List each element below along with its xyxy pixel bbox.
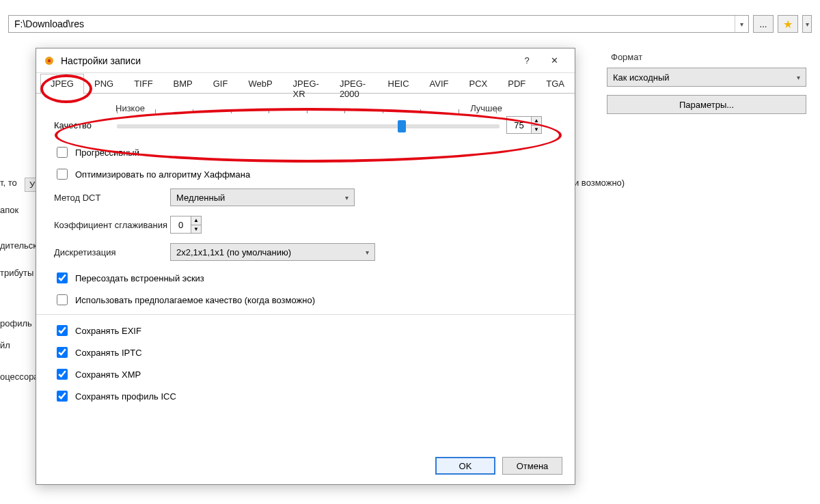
keep-icc-row: Сохранять профиль ICC: [54, 389, 557, 404]
subsampling-row: Дискретизация 2x2,1x1,1x1 (по умолчанию)…: [54, 243, 557, 261]
smoothing-spinner[interactable]: ▲▼: [170, 216, 202, 234]
keep-exif-row: Сохранять EXIF: [54, 323, 557, 338]
rebuild-thumb-row: Пересоздать встроенный эскиз: [54, 270, 557, 285]
help-icon: ?: [524, 55, 529, 66]
tab-label: AVIF: [430, 79, 449, 89]
spin-down[interactable]: ▼: [532, 126, 541, 134]
dct-row: Метод DCT Медленный ▾: [54, 188, 557, 206]
keep-exif-label: Сохранять EXIF: [75, 326, 141, 336]
tab-label: GIF: [213, 79, 228, 89]
format-params-button[interactable]: Параметры...: [607, 95, 806, 114]
bg-text: трибуты: [0, 268, 33, 278]
bg-text: и возможно): [574, 178, 625, 188]
favorites-button[interactable]: ★: [778, 15, 798, 33]
path-input[interactable]: [9, 16, 735, 32]
keep-iptc-row: Сохранять IPTC: [54, 345, 557, 360]
tab-png[interactable]: PNG: [84, 74, 124, 94]
spin-up[interactable]: ▲: [191, 216, 201, 225]
keep-xmp-row: Сохранять XMP: [54, 367, 557, 382]
dct-label: Метод DCT: [54, 193, 170, 203]
tab-bmp[interactable]: BMP: [163, 74, 203, 94]
quality-slider[interactable]: [117, 116, 500, 137]
tab-label: WebP: [248, 79, 272, 89]
tab-webp[interactable]: WebP: [238, 74, 282, 94]
cancel-button[interactable]: Отмена: [502, 457, 562, 475]
dialog-titlebar: Настройки записи ? ✕: [36, 48, 575, 73]
format-panel: Формат Как исходный ▾ Параметры...: [607, 52, 806, 114]
tab-label: PNG: [94, 79, 113, 89]
tab-jpeg2000[interactable]: JPEG-2000: [329, 74, 378, 94]
dialog-title: Настройки записи: [61, 55, 513, 66]
dct-select[interactable]: Медленный ▾: [170, 188, 355, 206]
huffman-checkbox[interactable]: [57, 169, 68, 180]
quality-spinner[interactable]: ▲▼: [506, 116, 542, 134]
help-button[interactable]: ?: [513, 48, 541, 73]
rebuild-thumb-checkbox[interactable]: [57, 272, 68, 283]
browse-button[interactable]: ...: [753, 15, 774, 33]
use-estimated-label: Использовать предполагаемое качество (ко…: [75, 295, 315, 305]
keep-xmp-checkbox[interactable]: [57, 369, 68, 380]
favorites-dropdown[interactable]: ▾: [802, 15, 812, 33]
close-button[interactable]: ✕: [541, 48, 568, 73]
keep-exif-checkbox[interactable]: [57, 325, 68, 336]
chevron-down-icon: ▾: [345, 194, 348, 201]
tab-label: JPEG: [51, 79, 74, 89]
spin-down[interactable]: ▼: [191, 225, 201, 234]
smoothing-label: Коэффициент сглаживания: [54, 220, 170, 230]
ok-button[interactable]: OK: [435, 457, 495, 475]
use-estimated-row: Использовать предполагаемое качество (ко…: [54, 292, 557, 307]
slider-ticks: [115, 109, 498, 113]
bg-text: апок: [0, 205, 18, 215]
progressive-label: Прогрессивный: [75, 148, 139, 158]
ellipsis-icon: ...: [760, 19, 767, 29]
jpeg-panel: Низкое Лучшее Качество ▲▼ Прогрессивный …: [36, 94, 575, 417]
tab-pcx[interactable]: PCX: [459, 74, 498, 94]
tab-tga[interactable]: TGA: [536, 74, 575, 94]
dct-value: Медленный: [176, 193, 225, 203]
smoothing-input[interactable]: [170, 216, 191, 234]
subsampling-label: Дискретизация: [54, 247, 170, 257]
tab-label: BMP: [174, 79, 193, 89]
address-row: ▾ ... ★ ▾: [8, 15, 812, 33]
tab-gif[interactable]: GIF: [203, 74, 238, 94]
tab-avif[interactable]: AVIF: [420, 74, 459, 94]
quality-value-input[interactable]: [506, 116, 531, 134]
chevron-down-icon: ▾: [740, 20, 743, 28]
path-combo[interactable]: ▾: [8, 15, 749, 33]
keep-icc-checkbox[interactable]: [57, 391, 68, 402]
tab-jpeg[interactable]: JPEG: [40, 74, 84, 94]
keep-icc-label: Сохранять профиль ICC: [75, 391, 176, 402]
format-combo[interactable]: Как исходный ▾: [607, 68, 806, 87]
format-tabs: JPEG PNG TIFF BMP GIF WebP JPEG-XR JPEG-…: [36, 73, 575, 94]
quality-row: Качество ▲▼: [54, 115, 557, 135]
quality-label: Качество: [54, 120, 107, 130]
keep-iptc-checkbox[interactable]: [57, 347, 68, 358]
subsampling-select[interactable]: 2x2,1x1,1x1 (по умолчанию) ▾: [170, 243, 375, 261]
svg-point-1: [48, 59, 51, 62]
tab-tiff[interactable]: TIFF: [124, 74, 163, 94]
huffman-checkbox-row: Оптимизировать по алгоритму Хаффмана: [54, 167, 557, 182]
bg-text: оцессора: [0, 372, 39, 382]
tab-label: HEIC: [388, 79, 409, 89]
tab-pdf[interactable]: PDF: [497, 74, 536, 94]
cancel-label: Отмена: [517, 461, 549, 471]
write-settings-dialog: Настройки записи ? ✕ JPEG PNG TIFF BMP G…: [36, 48, 575, 485]
separator: [36, 314, 575, 315]
bg-text: т, то: [0, 178, 17, 188]
tab-label: PDF: [508, 79, 525, 89]
tab-jpegxr[interactable]: JPEG-XR: [283, 74, 329, 94]
tab-label: TGA: [546, 79, 564, 89]
spin-up[interactable]: ▲: [532, 117, 541, 126]
star-icon: ★: [783, 18, 793, 31]
keep-iptc-label: Сохранять IPTC: [75, 348, 142, 358]
progressive-checkbox[interactable]: [57, 147, 68, 158]
tab-heic[interactable]: HEIC: [378, 74, 420, 94]
dialog-buttons: OK Отмена: [435, 457, 562, 475]
bg-text: йл: [0, 340, 10, 350]
close-icon: ✕: [551, 55, 558, 66]
huffman-label: Оптимизировать по алгоритму Хаффмана: [75, 169, 250, 180]
tab-label: PCX: [469, 79, 488, 89]
ok-label: OK: [459, 461, 472, 471]
path-dropdown-button[interactable]: ▾: [735, 16, 748, 32]
use-estimated-checkbox[interactable]: [57, 294, 68, 305]
